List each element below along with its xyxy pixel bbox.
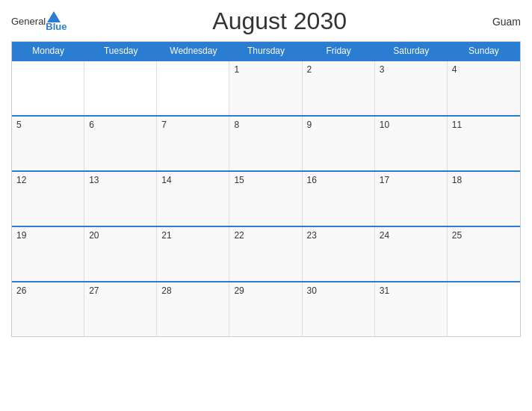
calendar-week-3: 12131415161718 — [12, 170, 520, 226]
calendar-cell: 2 — [303, 61, 375, 115]
day-number: 14 — [161, 175, 171, 185]
day-number: 5 — [16, 120, 22, 130]
day-number: 19 — [16, 230, 26, 241]
calendar-cell: 8 — [229, 117, 302, 170]
calendar-cell: 5 — [12, 117, 84, 170]
calendar-cell: 29 — [229, 282, 302, 336]
calendar-cell: 25 — [448, 227, 520, 281]
day-number: 7 — [161, 120, 167, 130]
calendar-cell: 17 — [375, 172, 448, 226]
day-number: 16 — [307, 175, 317, 185]
calendar-cell: 31 — [375, 282, 448, 336]
day-header-thursday: Thursday — [229, 42, 302, 60]
calendar-cell — [84, 61, 157, 115]
calendar-cell: 28 — [157, 282, 229, 336]
calendar-cell: 23 — [303, 227, 375, 281]
day-number: 23 — [307, 230, 317, 241]
day-number: 20 — [89, 230, 99, 241]
day-number: 24 — [380, 230, 389, 241]
calendar-cell — [12, 61, 84, 115]
logo-blue-text: Blue — [46, 21, 66, 32]
calendar-cell — [157, 61, 229, 115]
calendar-cell: 22 — [229, 227, 302, 281]
calendar-cell: 10 — [375, 117, 448, 170]
day-header-friday: Friday — [303, 42, 375, 60]
day-number: 10 — [380, 120, 389, 130]
day-number: 1 — [234, 64, 239, 75]
day-number: 2 — [307, 64, 312, 75]
logo-general-text: General — [11, 16, 46, 27]
calendar-cell: 30 — [303, 282, 375, 336]
calendar-cell: 13 — [84, 172, 157, 226]
day-number: 12 — [16, 175, 26, 185]
calendar-cell: 9 — [303, 117, 375, 170]
day-number: 22 — [234, 230, 244, 241]
calendar-week-2: 567891011 — [12, 115, 520, 170]
day-number: 28 — [161, 285, 171, 296]
calendar-cell: 3 — [375, 61, 448, 115]
calendar-page: General Blue August 2030 Guam MondayTues… — [0, 0, 532, 411]
calendar-cell: 14 — [157, 172, 229, 226]
calendar-cell: 21 — [157, 227, 229, 281]
calendar-cell: 4 — [448, 61, 520, 115]
calendar-header-row: MondayTuesdayWednesdayThursdayFridaySatu… — [12, 42, 520, 60]
calendar-cell: 15 — [229, 172, 302, 226]
day-number: 8 — [234, 120, 239, 130]
day-number: 13 — [89, 175, 99, 185]
day-number: 25 — [452, 230, 462, 241]
day-number: 18 — [452, 175, 462, 185]
day-header-monday: Monday — [12, 42, 84, 60]
calendar-week-4: 19202122232425 — [12, 226, 520, 281]
calendar-cell: 16 — [303, 172, 375, 226]
day-number: 3 — [380, 64, 385, 75]
day-header-tuesday: Tuesday — [84, 42, 157, 60]
day-header-wednesday: Wednesday — [157, 42, 229, 60]
day-number: 4 — [452, 64, 457, 75]
calendar-week-1: 1234 — [12, 60, 520, 115]
calendar-cell: 12 — [12, 172, 84, 226]
day-number: 11 — [452, 120, 462, 130]
day-header-saturday: Saturday — [375, 42, 448, 60]
day-number: 15 — [234, 175, 244, 185]
day-number: 17 — [380, 175, 389, 185]
calendar-cell — [448, 282, 520, 336]
calendar-week-5: 262728293031 — [12, 281, 520, 336]
logo-blue-part: Blue — [46, 11, 66, 32]
day-number: 30 — [307, 285, 317, 296]
calendar-cell: 6 — [84, 117, 157, 170]
calendar-cell: 7 — [157, 117, 229, 170]
calendar-cell: 1 — [229, 61, 302, 115]
day-number: 6 — [89, 120, 94, 130]
day-number: 31 — [380, 285, 389, 296]
calendar-cell: 20 — [84, 227, 157, 281]
page-header: General Blue August 2030 Guam — [11, 7, 521, 35]
calendar-cell: 27 — [84, 282, 157, 336]
day-number: 9 — [307, 120, 312, 130]
day-number: 29 — [234, 285, 244, 296]
logo: General Blue — [11, 11, 66, 32]
calendar-grid: MondayTuesdayWednesdayThursdayFridaySatu… — [11, 41, 521, 337]
calendar-title: August 2030 — [212, 7, 347, 35]
calendar-cell: 19 — [12, 227, 84, 281]
calendar-cell: 24 — [375, 227, 448, 281]
day-number: 27 — [89, 285, 99, 296]
day-header-sunday: Sunday — [448, 42, 520, 60]
calendar-cell: 18 — [448, 172, 520, 226]
day-number: 26 — [16, 285, 26, 296]
region-label: Guam — [492, 16, 521, 28]
calendar-cell: 11 — [448, 117, 520, 170]
day-number: 21 — [161, 230, 171, 241]
calendar-cell: 26 — [12, 282, 84, 336]
